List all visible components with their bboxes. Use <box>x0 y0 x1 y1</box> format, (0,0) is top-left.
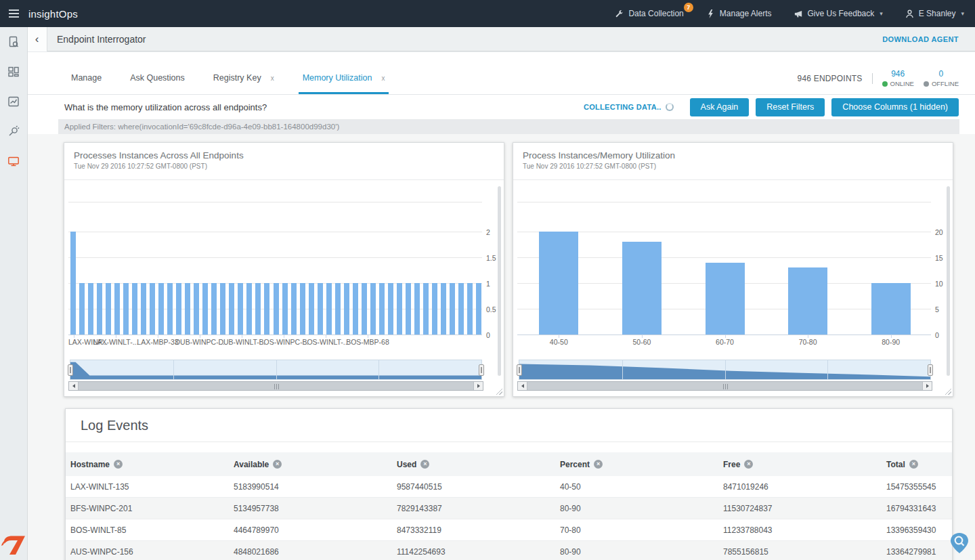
resize-handle[interactable] <box>496 389 502 395</box>
menu-icon[interactable] <box>0 0 27 27</box>
scroll-left-icon[interactable] <box>518 382 527 390</box>
y-tick-label: 1 <box>486 280 490 287</box>
bar <box>379 283 385 335</box>
column-header[interactable]: Percent× <box>560 460 723 469</box>
tab-label: Ask Questions <box>130 73 185 83</box>
bar <box>176 283 181 335</box>
page-title: Endpoint Interrogator <box>57 34 146 45</box>
ask-again-button[interactable]: Ask Again <box>690 98 750 116</box>
chart-scrollbar[interactable] <box>517 381 932 391</box>
table-cell: 7855156815 <box>723 547 886 557</box>
support-search-pin-icon[interactable] <box>949 532 970 554</box>
navigator-handle-right[interactable] <box>479 364 484 376</box>
y-tick-label: 2 <box>486 229 490 236</box>
tabs: Manage Ask Questions Registry Key x Memo… <box>67 73 409 94</box>
scroll-right-icon[interactable] <box>922 382 932 390</box>
bar <box>326 283 332 335</box>
user-menu[interactable]: E Shanley ▾ <box>894 0 975 27</box>
back-button[interactable]: ‹ <box>27 27 47 51</box>
online-count: 946 <box>882 69 914 79</box>
topnav-label: E Shanley <box>919 9 956 18</box>
table-cell: 11142254693 <box>397 547 560 557</box>
bar <box>423 283 429 335</box>
reports-icon[interactable] <box>7 95 20 108</box>
scrollbar-thumb[interactable] <box>79 382 473 390</box>
bar-plot: 05101520 <box>517 181 931 335</box>
chevron-down-icon: ▾ <box>880 10 883 17</box>
table-body: LAX-WINLT-1355183990514958744051540-5084… <box>66 476 952 560</box>
applied-filters-bar: Applied Filters: where(invocationId='69c… <box>58 119 959 134</box>
remove-column-icon[interactable]: × <box>273 460 282 469</box>
navigator-gridline <box>725 360 726 379</box>
navigator-handle-left[interactable] <box>517 364 522 376</box>
navigator-handle-right[interactable] <box>928 364 933 376</box>
navigator-gridline <box>173 360 174 379</box>
chart-timestamp: Tue Nov 29 2016 10:27:52 GMT-0800 (PST) <box>74 163 494 170</box>
download-agent-link[interactable]: DOWNLOAD AGENT <box>882 35 959 43</box>
bar <box>123 283 129 335</box>
table-row[interactable]: LAX-WINLT-1355183990514958744051540-5084… <box>66 476 952 498</box>
y-tick-label: 10 <box>935 280 943 287</box>
chart-scrollbar[interactable] <box>68 381 483 391</box>
bar <box>397 283 402 335</box>
scrollbar-thumb[interactable] <box>527 382 922 390</box>
bar <box>871 283 911 335</box>
table-row[interactable]: BFS-WINPC-2015134957738782914338780-9011… <box>66 498 952 519</box>
feedback-button[interactable]: Give Us Feedback ▾ <box>783 0 894 27</box>
bar <box>202 283 208 335</box>
data-collection-icon[interactable] <box>7 125 20 138</box>
vertical-scrollbar[interactable] <box>947 186 950 376</box>
offline-label: OFFLINE <box>932 80 959 87</box>
remove-column-icon[interactable]: × <box>114 460 123 469</box>
dashboards-icon[interactable] <box>7 65 20 79</box>
remove-column-icon[interactable]: × <box>744 460 753 469</box>
vertical-scrollbar[interactable] <box>498 186 501 376</box>
scroll-left-icon[interactable] <box>69 382 79 390</box>
question-text: What is the memory utilization across al… <box>64 102 267 112</box>
bar <box>370 283 376 335</box>
column-header[interactable]: Available× <box>234 460 397 469</box>
bar <box>282 283 288 335</box>
chart-navigator[interactable] <box>70 360 482 380</box>
table-row[interactable]: AUS-WINPC-15648480216861114225469380-907… <box>66 541 952 560</box>
column-header[interactable]: Hostname× <box>70 460 234 469</box>
reset-filters-button[interactable]: Reset Filters <box>756 98 825 116</box>
navigator-handle-left[interactable] <box>68 364 73 376</box>
column-header[interactable]: Free× <box>723 460 886 469</box>
log-search-icon[interactable] <box>7 35 20 49</box>
bar <box>476 283 481 335</box>
endpoints-icon[interactable] <box>7 154 20 168</box>
x-tick-label: DUB-WINLT-... <box>218 338 265 346</box>
y-tick-label: 0.5 <box>486 306 496 313</box>
navigator-gridline <box>378 360 379 379</box>
tab-manage[interactable]: Manage <box>67 73 106 94</box>
data-collection-button[interactable]: Data Collection 7 <box>603 0 694 27</box>
bar <box>132 283 137 335</box>
remove-column-icon[interactable]: × <box>420 460 429 469</box>
manage-alerts-button[interactable]: Manage Alerts <box>695 0 783 27</box>
scroll-right-icon[interactable] <box>473 382 483 390</box>
bar-plot: 00.511.52 <box>68 181 482 335</box>
tab-close-icon[interactable]: x <box>271 74 274 82</box>
bolt-icon <box>706 9 716 19</box>
choose-columns-button[interactable]: Choose Columns (1 hidden) <box>831 98 959 116</box>
tab-close-icon[interactable]: x <box>381 74 385 82</box>
tab-memory-utilization[interactable]: Memory Utilization x <box>299 73 389 94</box>
remove-column-icon[interactable]: × <box>909 460 918 469</box>
resize-handle[interactable] <box>945 389 951 395</box>
tab-ask-questions[interactable]: Ask Questions <box>126 73 189 94</box>
table-row[interactable]: BOS-WINLT-854464789970847333211970-80112… <box>66 519 952 541</box>
x-tick-label: 70-80 <box>799 338 817 346</box>
bar <box>114 283 120 335</box>
bar <box>106 283 111 335</box>
log-events-title: Log Events <box>66 409 952 442</box>
chart-navigator[interactable] <box>519 360 931 380</box>
column-header[interactable]: Used× <box>397 460 560 469</box>
online-label: ONLINE <box>890 80 914 87</box>
main-panel: Manage Ask Questions Registry Key x Memo… <box>28 52 975 560</box>
tab-registry-key[interactable]: Registry Key x <box>209 73 278 94</box>
table-cell: 5134957738 <box>234 504 397 513</box>
remove-column-icon[interactable]: × <box>594 460 603 469</box>
column-header[interactable]: Total× <box>886 460 952 469</box>
content-area: Processes Instances Across All Endpoints… <box>28 134 975 560</box>
